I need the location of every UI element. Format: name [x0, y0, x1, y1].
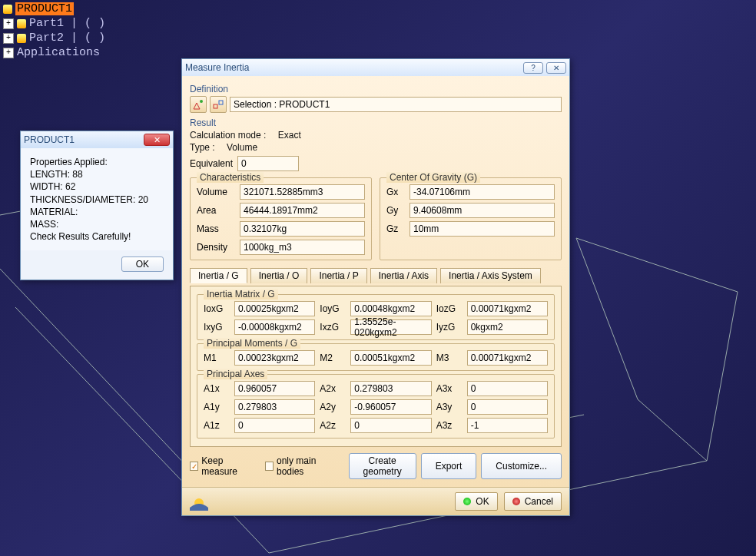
a1y-value: 0.279803: [238, 402, 277, 412]
export-button[interactable]: Export: [421, 453, 477, 479]
gz-label: Gz: [386, 223, 405, 234]
mass-value: 0.32107kg: [244, 223, 287, 234]
close-button[interactable]: ✕: [144, 134, 170, 146]
dialog-titlebar[interactable]: Measure Inertia ? ✕: [182, 59, 569, 76]
svg-point-9: [200, 100, 203, 103]
help-icon: ?: [531, 64, 536, 72]
text-line: Properties Applied:: [30, 156, 164, 168]
customize-button[interactable]: Customize...: [481, 453, 562, 479]
tab-inertia-g[interactable]: Inertia / G: [190, 268, 247, 283]
ioxg-field[interactable]: 0.00025kgxm2: [234, 301, 315, 316]
create-geometry-button[interactable]: Create geometry: [349, 453, 416, 479]
close-button[interactable]: ✕: [546, 62, 566, 74]
tab-inertia-axis-system[interactable]: Inertia / Axis System: [440, 268, 541, 283]
measure-item-button[interactable]: [190, 96, 207, 113]
result-heading: Result: [190, 117, 562, 128]
tab-panel: Inertia Matrix / G IoxG0.00025kgxm2 IoyG…: [190, 286, 562, 447]
volume-field[interactable]: 321071.52885mm3: [240, 184, 365, 200]
svg-line-2: [707, 292, 738, 461]
expand-icon[interactable]: +: [3, 33, 14, 44]
density-value: 1000kg_m3: [244, 242, 292, 253]
gy-field[interactable]: 9.40608mm: [410, 203, 555, 218]
ioyg-field[interactable]: 0.00048kgxm2: [350, 301, 431, 316]
a1x-field[interactable]: 0.960057: [234, 381, 315, 396]
only-main-bodies-checkbox[interactable]: only main bodies: [265, 455, 341, 477]
selection-field[interactable]: Selection : PRODUCT1: [230, 97, 562, 112]
text-line: MASS:: [30, 218, 164, 230]
a2z-field[interactable]: 0: [350, 418, 431, 433]
a1y-field[interactable]: 0.279803: [234, 399, 315, 415]
m3-field[interactable]: 0.00071kgxm2: [467, 350, 548, 366]
mass-field[interactable]: 0.32107kg: [240, 221, 365, 237]
help-button[interactable]: ?: [523, 62, 543, 74]
keep-measure-checkbox[interactable]: Keep measure: [190, 455, 257, 477]
iozg-field[interactable]: 0.00071kgxm2: [467, 301, 548, 316]
a3y-field[interactable]: 0: [467, 399, 548, 415]
tab-inertia-axis[interactable]: Inertia / Axis: [370, 268, 437, 283]
a1z-label: A1z: [204, 420, 230, 431]
iozg-label: IozG: [436, 303, 463, 314]
ioxg-label: IoxG: [204, 303, 230, 314]
gx-field[interactable]: -34.07106mm: [410, 184, 555, 200]
gz-field[interactable]: 10mm: [410, 221, 555, 237]
a2y-value: -0.960057: [354, 402, 396, 412]
ixyg-value: -0.00008kgxm2: [238, 322, 302, 333]
area-value: 46444.18917mm2: [244, 205, 318, 216]
measure-item-icon: [192, 98, 204, 111]
a1z-field[interactable]: 0: [234, 418, 315, 433]
checkbox-icon: [265, 462, 274, 471]
volume-value: 321071.52885mm3: [244, 187, 323, 197]
tab-inertia-p[interactable]: Inertia / P: [310, 268, 366, 283]
group-legend: Center Of Gravity (G): [386, 172, 480, 183]
ixzg-field[interactable]: 1.35525e-020kgxm2: [350, 319, 431, 335]
gz-value: 10mm: [413, 223, 439, 234]
density-field[interactable]: 1000kg_m3: [240, 240, 365, 255]
equivalent-field[interactable]: 0: [237, 156, 299, 171]
tree-label: Applications: [17, 46, 100, 59]
inertia-matrix-group: Inertia Matrix / G IoxG0.00025kgxm2 IoyG…: [197, 294, 555, 340]
calc-mode-label: Calculation mode :: [190, 130, 266, 141]
spec-tree[interactable]: PRODUCT1 + Part1 | ( ) + Part2 | ( ) + A…: [3, 2, 105, 60]
dialog-body: Properties Applied: LENGTH: 88 WIDTH: 62…: [21, 148, 173, 250]
inertia-tabs: Inertia / G Inertia / O Inertia / P Iner…: [190, 268, 562, 283]
m1-value: 0.00023kgxm2: [238, 352, 299, 363]
a3x-field[interactable]: 0: [467, 381, 548, 396]
svg-rect-10: [214, 104, 217, 108]
gx-label: Gx: [386, 187, 405, 197]
expand-icon[interactable]: +: [3, 48, 14, 58]
a2y-field[interactable]: -0.960057: [350, 399, 431, 415]
m2-label: M2: [320, 352, 346, 363]
expand-icon[interactable]: +: [3, 18, 14, 29]
dialog-titlebar[interactable]: PRODUCT1 ✕: [21, 131, 173, 148]
a2x-label: A2x: [320, 383, 346, 394]
cancel-button[interactable]: Cancel: [504, 492, 562, 511]
a3x-label: A3x: [436, 383, 463, 394]
tree-item-part2[interactable]: + Part2 | ( ): [3, 31, 105, 45]
equivalent-value: 0: [241, 158, 247, 169]
tab-inertia-o[interactable]: Inertia / O: [250, 268, 308, 283]
a3z-value: -1: [471, 420, 479, 431]
area-field[interactable]: 46444.18917mm2: [240, 203, 365, 218]
a3z-field[interactable]: -1: [467, 418, 548, 433]
iozg-value: 0.00071kgxm2: [471, 303, 532, 314]
a1y-label: A1y: [204, 402, 230, 412]
definition-heading: Definition: [190, 84, 562, 94]
m2-field[interactable]: 0.00051kgxm2: [350, 350, 431, 366]
iyzg-field[interactable]: 0kgxm2: [467, 319, 548, 335]
ok-button[interactable]: OK: [121, 256, 164, 272]
type-value: Volume: [227, 142, 257, 153]
measure-between-button[interactable]: [210, 96, 227, 113]
gy-value: 9.40608mm: [413, 205, 462, 216]
mass-label: Mass: [197, 223, 235, 234]
m1-field[interactable]: 0.00023kgxm2: [234, 350, 315, 366]
cancel-label: Cancel: [525, 496, 553, 507]
a2x-field[interactable]: 0.279803: [350, 381, 431, 396]
product-icon: [3, 5, 12, 14]
ixyg-field[interactable]: -0.00008kgxm2: [234, 319, 315, 335]
tree-item-part1[interactable]: + Part1 | ( ): [3, 16, 105, 31]
tree-label: Part1 | ( ): [29, 17, 105, 30]
tree-item-product[interactable]: PRODUCT1: [3, 2, 105, 16]
ok-button[interactable]: OK: [455, 492, 497, 511]
tree-item-applications[interactable]: + Applications: [3, 45, 105, 60]
svg-line-5: [576, 238, 638, 399]
